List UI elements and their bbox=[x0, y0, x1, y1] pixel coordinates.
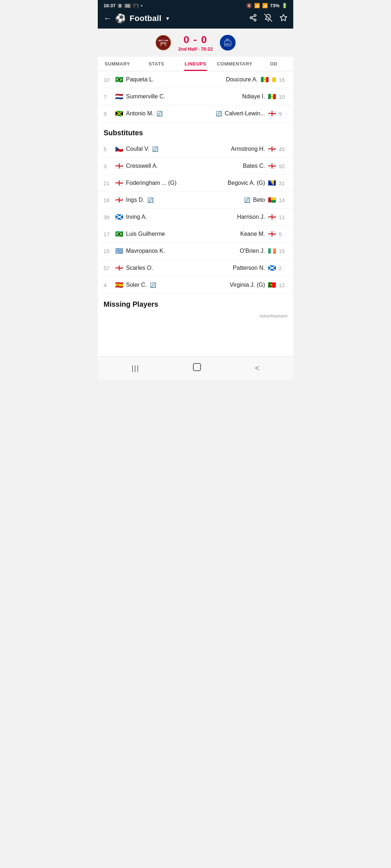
sub-icon: 🔄 bbox=[156, 111, 163, 116]
home-player-name: Foderingham ... (G) bbox=[126, 180, 177, 186]
ad-space bbox=[98, 320, 293, 356]
ring-icon: 📳 bbox=[133, 3, 139, 8]
home-player-name: Soler C. bbox=[126, 282, 147, 288]
home-flag: 🏴󠁧󠁢󠁥󠁮󠁧󠁿 bbox=[115, 163, 123, 169]
away-flag: 🇸🇳 bbox=[268, 93, 276, 100]
away-flag: 🇮🇪 bbox=[268, 248, 276, 254]
share-icon[interactable] bbox=[249, 14, 257, 24]
substitutes-title: Substitutes bbox=[104, 129, 143, 137]
away-player-name: Harrison J. bbox=[237, 214, 265, 220]
home-player-name: Antonio M. bbox=[126, 110, 154, 117]
score-center: 0 - 0 2nd Half · 78:22 bbox=[178, 34, 213, 52]
back-button[interactable]: ← bbox=[104, 14, 112, 23]
player-right: Doucoure A. 🇸🇳 16 bbox=[196, 76, 287, 83]
tab-summary[interactable]: SUMMARY bbox=[98, 57, 137, 71]
away-player-name: Armstrong H. bbox=[231, 146, 265, 152]
player-left: 21 🏴󠁧󠁢󠁥󠁮󠁧󠁿 Foderingham ... (G) bbox=[104, 180, 196, 186]
home-flag: 🇧🇷 bbox=[115, 76, 123, 83]
nav-back-icon[interactable]: < bbox=[255, 363, 260, 373]
table-row: 15 🇬🇷 Mavropanos K. O'Brien J. 🇮🇪 15 bbox=[98, 243, 293, 260]
toolbar: ← ⚽ Football ▼ bbox=[98, 10, 293, 29]
sub-icon-away: 🔄 bbox=[216, 111, 222, 116]
home-flag: 🏴󠁧󠁢󠁳󠁣󠁴󠁿 bbox=[115, 214, 123, 220]
svg-text:UNITED: UNITED bbox=[160, 42, 167, 44]
svg-rect-14 bbox=[193, 363, 201, 371]
svg-point-10 bbox=[220, 35, 235, 50]
dropdown-icon[interactable]: ▼ bbox=[165, 16, 170, 21]
nav-bar: ||| < bbox=[98, 356, 293, 380]
table-row: 10 🇧🇷 Paqueta L. Doucoure A. 🇸🇳 16 bbox=[98, 71, 293, 88]
player-left: 17 🇧🇷 Luis Guilherme bbox=[104, 231, 196, 237]
sub-icon-away: 🔄 bbox=[244, 197, 250, 203]
status-right: 🔇 📶 📶 73% 🔋 bbox=[246, 3, 287, 8]
star-icon[interactable] bbox=[279, 14, 287, 24]
player-right: Armstrong H. 🏴󠁧󠁢󠁥󠁮󠁧󠁿 45 bbox=[196, 146, 287, 152]
tabs-bar: SUMMARY STATS LINEUPS COMMENTARY OD bbox=[98, 57, 293, 71]
mute-icon: 🔇 bbox=[246, 3, 252, 8]
away-flag: 🏴󠁧󠁢󠁳󠁣󠁴󠁿 bbox=[268, 265, 276, 271]
tab-commentary[interactable]: COMMENTARY bbox=[215, 57, 254, 71]
score-display: 0 - 0 bbox=[178, 34, 213, 46]
table-row: 17 🇧🇷 Luis Guilherme Keane M. 🏴󠁧󠁢󠁥󠁮󠁧󠁿 5 bbox=[98, 226, 293, 243]
home-player-name: Irving A. bbox=[126, 214, 147, 220]
home-player-name: Ings D. bbox=[126, 197, 144, 203]
svg-line-4 bbox=[252, 16, 254, 17]
away-player-name: Calvert-Lewin... bbox=[225, 110, 265, 117]
player-left: 18 🏴󠁧󠁢󠁥󠁮󠁧󠁿 Ings D. 🔄 bbox=[104, 197, 196, 203]
player-left: 3 🏴󠁧󠁢󠁥󠁮󠁧󠁿 Cresswell A. bbox=[104, 163, 196, 169]
home-player-name: Summerville C. bbox=[126, 93, 165, 100]
svg-text:WEST HAM: WEST HAM bbox=[159, 39, 168, 42]
player-right: 🔄 Calvert-Lewin... 🏴󠁧󠁢󠁥󠁮󠁧󠁿 9 bbox=[196, 110, 287, 117]
yellow-card bbox=[272, 76, 276, 83]
away-flag: 🏴󠁧󠁢󠁥󠁮󠁧󠁿 bbox=[268, 163, 276, 169]
table-row: 21 🏴󠁧󠁢󠁥󠁮󠁧󠁿 Foderingham ... (G) Begovic A… bbox=[98, 175, 293, 192]
home-player-name: Cresswell A. bbox=[126, 163, 158, 169]
home-flag: 🇨🇿 bbox=[115, 146, 123, 152]
svg-text:EFC: EFC bbox=[226, 38, 230, 41]
away-flag: 🇧🇦 bbox=[268, 180, 276, 186]
player-right: Virginia J. (G) 🇵🇹 12 bbox=[196, 282, 287, 288]
svg-text:EFC: EFC bbox=[226, 43, 230, 45]
tab-lineups[interactable]: LINEUPS bbox=[176, 57, 215, 71]
home-flag: 🏴󠁧󠁢󠁥󠁮󠁧󠁿 bbox=[115, 197, 123, 203]
home-flag: 🇪🇸 bbox=[115, 282, 123, 288]
away-player-name: Ndiaye I. bbox=[242, 93, 265, 100]
player-right: Patterson N. 🏴󠁧󠁢󠁳󠁣󠁴󠁿 2 bbox=[196, 265, 287, 271]
sub-icon: 🔄 bbox=[147, 197, 154, 203]
player-left: 10 🇧🇷 Paqueta L. bbox=[104, 76, 196, 83]
player-right: Bates C. 🏴󠁧󠁢󠁥󠁮󠁧󠁿 92 bbox=[196, 163, 287, 169]
nav-home-icon[interactable] bbox=[192, 362, 202, 374]
substitutes-header: Substitutes bbox=[98, 122, 293, 141]
ad-label: Advertisement bbox=[98, 312, 293, 320]
away-flag: 🏴󠁧󠁢󠁥󠁮󠁧󠁿 bbox=[268, 110, 276, 117]
tab-odds[interactable]: OD bbox=[254, 57, 293, 71]
table-row: 3 🏴󠁧󠁢󠁥󠁮󠁧󠁿 Cresswell A. Bates C. 🏴󠁧󠁢󠁥󠁮󠁧󠁿 … bbox=[98, 158, 293, 175]
bell-off-icon[interactable] bbox=[264, 14, 272, 24]
table-row: 39 🏴󠁧󠁢󠁳󠁣󠁴󠁿 Irving A. Harrison J. 🏴󠁧󠁢󠁥󠁮󠁧󠁿… bbox=[98, 209, 293, 226]
table-row: 5 🇨🇿 Coufal V. 🔄 Armstrong H. 🏴󠁧󠁢󠁥󠁮󠁧󠁿 45 bbox=[98, 141, 293, 158]
player-right: Keane M. 🏴󠁧󠁢󠁥󠁮󠁧󠁿 5 bbox=[196, 231, 287, 237]
status-calendar-9: 9 bbox=[118, 4, 122, 8]
lineups-content: 10 🇧🇷 Paqueta L. Doucoure A. 🇸🇳 16 7 🇳🇱 … bbox=[98, 71, 293, 356]
table-row: 18 🏴󠁧󠁢󠁥󠁮󠁧󠁿 Ings D. 🔄 🔄 Beto 🇬🇼 14 bbox=[98, 192, 293, 209]
page-title: Football bbox=[130, 14, 161, 23]
away-flag: 🇸🇳 bbox=[261, 76, 269, 83]
player-right: Ndiaye I. 🇸🇳 10 bbox=[196, 93, 287, 100]
svg-marker-6 bbox=[280, 14, 287, 20]
missing-players-section: Missing Players bbox=[98, 294, 293, 312]
toolbar-left: ← ⚽ Football ▼ bbox=[104, 13, 170, 24]
status-left: 16:37 9 31 📳 ● bbox=[104, 3, 142, 8]
home-player-name: Coufal V. bbox=[126, 146, 149, 152]
away-player-name: Virginia J. (G) bbox=[230, 282, 265, 288]
player-right: O'Brien J. 🇮🇪 15 bbox=[196, 248, 287, 254]
player-right: Begovic A. (G) 🇧🇦 31 bbox=[196, 180, 287, 186]
player-left: 5 🇨🇿 Coufal V. 🔄 bbox=[104, 146, 196, 152]
tab-stats[interactable]: STATS bbox=[137, 57, 176, 71]
player-left: 4 🇪🇸 Soler C. 🔄 bbox=[104, 282, 196, 288]
nav-menu-icon[interactable]: ||| bbox=[131, 364, 139, 373]
home-flag: 🇧🇷 bbox=[115, 231, 123, 237]
player-left: 9 🇯🇲 Antonio M. 🔄 bbox=[104, 110, 196, 117]
battery-icon: 🔋 bbox=[282, 3, 287, 8]
away-player-name: Begovic A. (G) bbox=[228, 180, 265, 186]
toolbar-right bbox=[249, 14, 287, 24]
